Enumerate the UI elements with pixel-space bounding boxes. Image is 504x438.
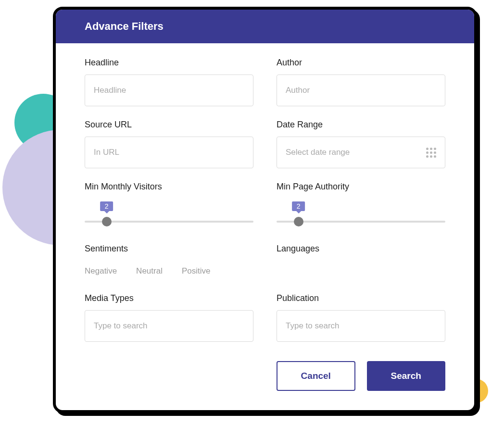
- field-sentiments: Sentiments Negative Neutral Positive: [85, 244, 253, 280]
- publication-label: Publication: [277, 293, 445, 303]
- cancel-button[interactable]: Cancel: [277, 361, 355, 391]
- min-visitors-handle[interactable]: [102, 217, 112, 226]
- author-input[interactable]: [277, 75, 445, 106]
- calendar-icon: [426, 148, 436, 158]
- sentiment-chip-neutral[interactable]: Neutral: [136, 263, 163, 279]
- source-url-label: Source URL: [85, 120, 253, 130]
- min-visitors-label: Min Monthly Visitors: [85, 182, 253, 192]
- sentiment-chip-positive[interactable]: Positive: [182, 263, 211, 279]
- field-publication: Publication: [277, 293, 445, 342]
- field-min-visitors: Min Monthly Visitors 2: [85, 182, 253, 230]
- field-media-types: Media Types: [85, 293, 253, 342]
- search-button[interactable]: Search: [367, 361, 446, 391]
- advance-filters-modal: Advance Filters Headline Author Source U…: [53, 7, 477, 413]
- sentiments-label: Sentiments: [85, 244, 253, 254]
- date-range-label: Date Range: [277, 120, 445, 130]
- languages-area[interactable]: [277, 261, 445, 280]
- date-range-placeholder: Select date range: [286, 148, 350, 157]
- modal-footer: Cancel Search: [277, 361, 445, 391]
- headline-label: Headline: [85, 58, 253, 68]
- field-date-range: Date Range Select date range: [277, 120, 445, 168]
- media-types-label: Media Types: [85, 293, 253, 303]
- source-url-input[interactable]: [85, 137, 253, 168]
- min-authority-tooltip: 2: [292, 201, 305, 211]
- headline-input[interactable]: [85, 75, 253, 106]
- author-label: Author: [277, 58, 445, 68]
- field-author: Author: [277, 58, 445, 106]
- min-authority-handle[interactable]: [294, 217, 303, 226]
- min-authority-slider[interactable]: 2: [277, 201, 445, 230]
- media-types-input[interactable]: [85, 310, 253, 342]
- field-min-authority: Min Page Authority 2: [277, 182, 445, 230]
- min-authority-label: Min Page Authority: [277, 182, 445, 192]
- publication-input[interactable]: [277, 310, 445, 342]
- field-headline: Headline: [85, 58, 253, 106]
- modal-title: Advance Filters: [85, 20, 164, 32]
- min-visitors-slider[interactable]: 2: [85, 201, 253, 230]
- modal-header: Advance Filters: [56, 10, 474, 43]
- min-visitors-tooltip: 2: [100, 201, 113, 211]
- sentiment-chip-negative[interactable]: Negative: [85, 263, 117, 279]
- field-source-url: Source URL: [85, 120, 253, 168]
- field-languages: Languages: [277, 244, 445, 280]
- modal-body: Headline Author Source URL Date Range Se…: [56, 43, 474, 410]
- languages-label: Languages: [277, 244, 445, 254]
- date-range-input[interactable]: Select date range: [277, 137, 445, 168]
